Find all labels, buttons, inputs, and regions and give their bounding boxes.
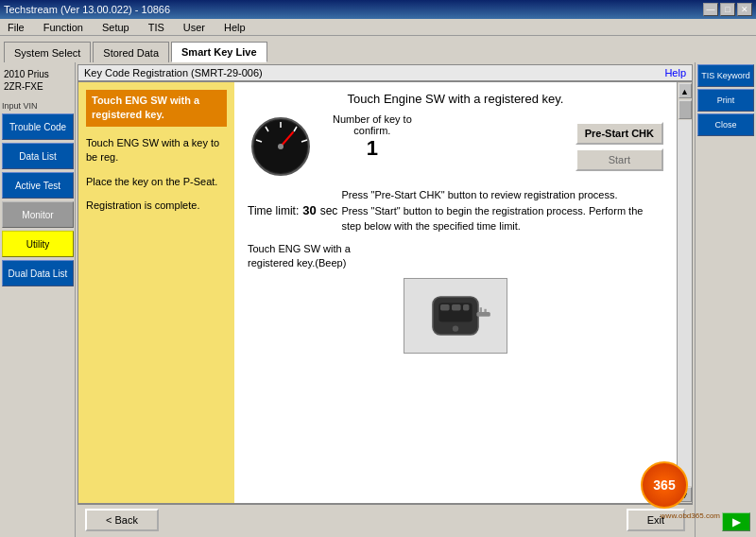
- app-title: Techstream (Ver 13.00.022) - 10866: [4, 4, 170, 15]
- menu-tis[interactable]: TIS: [145, 22, 168, 33]
- svg-rect-14: [463, 304, 469, 310]
- utility-button[interactable]: Utility: [2, 231, 74, 257]
- instruction-step-3: Place the key on the P-Seat.: [86, 175, 227, 189]
- menu-file[interactable]: File: [4, 22, 28, 33]
- pre-start-chk-button[interactable]: Pre-Start CHK: [576, 122, 663, 145]
- key-info: Number of key toconfirm. 1: [248, 113, 412, 180]
- print-button[interactable]: Print: [697, 89, 754, 112]
- instruction-step-1: Touch ENG SW with a registered key.: [86, 90, 227, 127]
- time-limit-unit: sec: [320, 204, 338, 217]
- vehicle-info: 2010 Prius 2ZR-FXE: [2, 66, 73, 95]
- scroll-up-arrow[interactable]: ▲: [679, 83, 692, 98]
- monitor-button[interactable]: Monitor: [2, 201, 74, 228]
- dual-data-list-button[interactable]: Dual Data List: [2, 260, 74, 286]
- svg-rect-15: [476, 312, 490, 317]
- number-of-key-label: Number of key toconfirm.: [333, 113, 412, 136]
- dialog-body: Touch ENG SW with a registered key. Touc…: [77, 81, 693, 504]
- restore-button[interactable]: □: [720, 3, 735, 16]
- panel-title: Touch Engine SW with a registered key.: [248, 92, 663, 106]
- far-right-sidebar: TIS Keyword Print Close ▶: [695, 62, 756, 537]
- svg-rect-13: [452, 304, 461, 310]
- right-panel: Touch Engine SW with a registered key.: [234, 82, 677, 503]
- active-test-button[interactable]: Active Test: [2, 172, 74, 199]
- number-of-key-section: Number of key toconfirm. 1: [333, 113, 412, 161]
- close-button[interactable]: ✕: [737, 3, 752, 16]
- vertical-scrollbar[interactable]: ▲ ▼: [677, 82, 692, 503]
- svg-rect-12: [440, 304, 450, 310]
- menu-bar: File Function Setup TIS User Help: [0, 19, 756, 36]
- time-limit-value: 30: [302, 203, 316, 217]
- title-bar: Techstream (Ver 13.00.022) - 10866 — □ ✕: [0, 0, 756, 19]
- tab-smart-key-live[interactable]: Smart Key Live: [171, 42, 266, 62]
- close-button-far[interactable]: Close: [697, 113, 754, 136]
- scroll-thumb[interactable]: [679, 100, 692, 119]
- menu-help[interactable]: Help: [220, 22, 249, 33]
- instruction-panel: Touch ENG SW with a registered key. Touc…: [78, 82, 234, 503]
- menu-setup[interactable]: Setup: [98, 22, 133, 33]
- dialog-title: Key Code Registration (SMRT-29-006): [84, 67, 263, 78]
- trouble-code-button[interactable]: Trouble Code: [2, 113, 74, 140]
- menu-user[interactable]: User: [180, 22, 209, 33]
- bottom-bar: < Back Exit: [77, 504, 693, 535]
- svg-point-11: [453, 326, 458, 332]
- time-limit-label: Time limit:: [248, 204, 299, 217]
- back-button[interactable]: < Back: [85, 509, 159, 531]
- logo-url: www.obd365.com: [661, 511, 720, 520]
- key-confirm-row: Number of key toconfirm. 1 Pre-Start CHK…: [248, 113, 663, 180]
- vehicle-model: 2010 Prius: [4, 68, 71, 80]
- time-limit-row: Time limit: 30 sec Press "Pre-Start CHK"…: [248, 187, 663, 234]
- svg-rect-16: [480, 307, 482, 312]
- touch-note: Touch ENG SW with aregistered key.(Beep): [248, 242, 663, 271]
- left-sidebar: 2010 Prius 2ZR-FXE Input VIN Trouble Cod…: [0, 62, 76, 537]
- main-layout: 2010 Prius 2ZR-FXE Input VIN Trouble Cod…: [0, 62, 756, 537]
- svg-rect-17: [484, 309, 486, 312]
- tab-stored-data[interactable]: Stored Data: [93, 42, 169, 62]
- speedometer-icon: [248, 113, 314, 180]
- panel-and-scroll: Touch ENG SW with a registered key. Touc…: [77, 81, 693, 504]
- menu-function[interactable]: Function: [40, 22, 87, 33]
- vehicle-engine: 2ZR-FXE: [4, 80, 71, 93]
- tab-bar: System Select Stored Data Smart Key Live: [0, 36, 756, 62]
- key-image: [404, 278, 507, 354]
- number-of-key-value: 1: [333, 136, 412, 161]
- description-text: Press "Pre-Start CHK" button to review r…: [341, 187, 644, 234]
- window-controls: — □ ✕: [703, 3, 752, 16]
- start-button[interactable]: Start: [576, 148, 663, 171]
- tis-keyword-button[interactable]: TIS Keyword: [697, 64, 754, 87]
- data-list-button[interactable]: Data List: [2, 143, 74, 169]
- next-arrow-button[interactable]: ▶: [722, 512, 750, 531]
- dialog-header: Key Code Registration (SMRT-29-006) Help: [77, 64, 693, 81]
- scroll-track: [678, 120, 692, 486]
- logo-365: 365: [641, 461, 688, 509]
- minimize-button[interactable]: —: [703, 3, 718, 16]
- svg-point-8: [278, 144, 284, 149]
- instruction-step-4: Registration is complete.: [86, 199, 227, 213]
- help-link[interactable]: Help: [664, 67, 686, 78]
- input-vin-label: Input VIN: [2, 101, 73, 111]
- action-buttons: Pre-Start CHK Start: [576, 122, 663, 171]
- instruction-step-2: Touch ENG SW with a key to be reg.: [86, 136, 227, 165]
- tab-system-select[interactable]: System Select: [4, 42, 91, 62]
- content-area: Key Code Registration (SMRT-29-006) Help…: [76, 62, 695, 537]
